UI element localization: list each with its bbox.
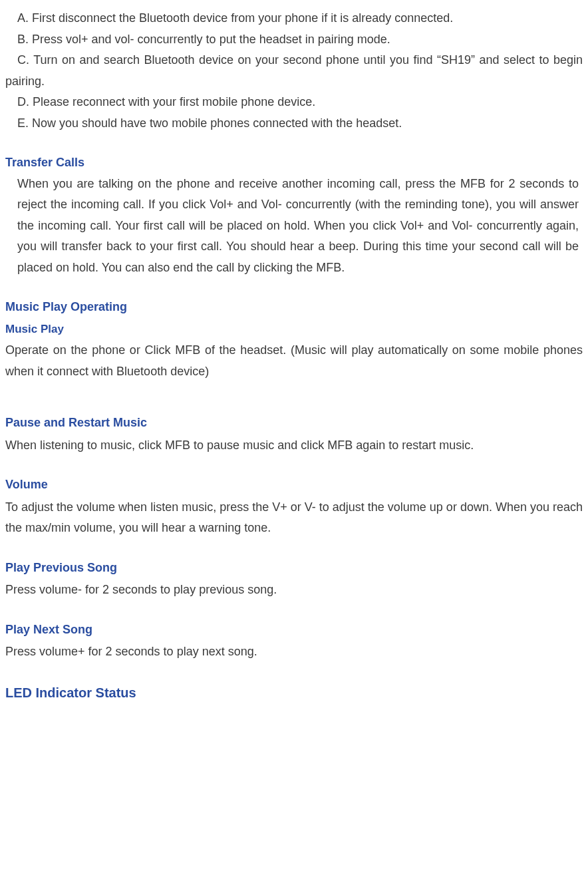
subheading-music-play: Music Play: [5, 319, 583, 339]
heading-volume: Volume: [5, 474, 583, 496]
heading-prev-song: Play Previous Song: [5, 558, 583, 579]
body-transfer-calls: When you are talking on the phone and re…: [5, 174, 583, 279]
body-next-song: Press volume+ for 2 seconds to play next…: [5, 641, 583, 663]
heading-music-play-operating: Music Play Operating: [5, 297, 583, 318]
heading-pause-restart: Pause and Restart Music: [5, 413, 583, 434]
body-volume: To adjust the volume when listen music, …: [5, 497, 583, 539]
body-pause-restart: When listening to music, click MFB to pa…: [5, 435, 583, 456]
step-e: E. Now you should have two mobile phones…: [5, 113, 583, 134]
heading-led-indicator: LED Indicator Status: [5, 681, 583, 705]
body-music-play: Operate on the phone or Click MFB of the…: [5, 340, 583, 382]
step-c: C. Turn on and search Bluetooth device o…: [5, 50, 583, 92]
body-prev-song: Press volume- for 2 seconds to play prev…: [5, 580, 583, 601]
step-a: A. First disconnect the Bluetooth device…: [5, 8, 583, 29]
step-c-text: C. Turn on and search Bluetooth device o…: [5, 53, 583, 88]
heading-next-song: Play Next Song: [5, 620, 583, 641]
heading-transfer-calls: Transfer Calls: [5, 152, 583, 174]
step-d: D. Please reconnect with your first mobi…: [5, 92, 583, 113]
step-b: B. Press vol+ and vol- concurrently to p…: [5, 29, 583, 51]
